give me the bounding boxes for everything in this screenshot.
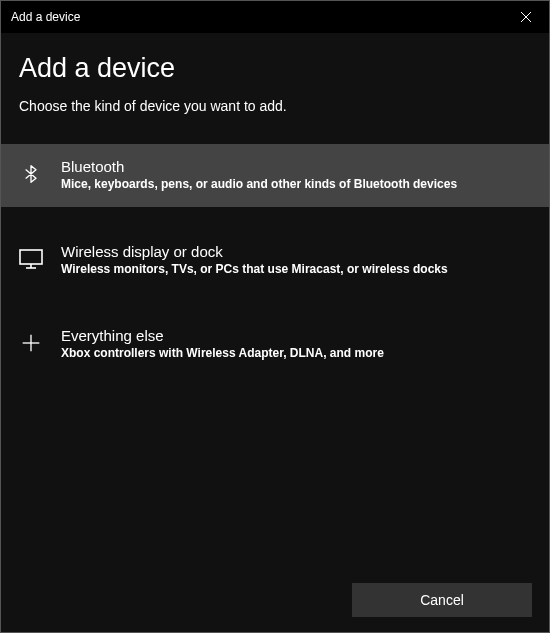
option-desc: Mice, keyboards, pens, or audio and othe… [61, 177, 531, 193]
option-wireless-display[interactable]: Wireless display or dock Wireless monito… [1, 229, 549, 292]
plus-icon [19, 331, 43, 355]
close-icon [521, 12, 531, 22]
option-title: Wireless display or dock [61, 243, 531, 260]
option-everything-else[interactable]: Everything else Xbox controllers with Wi… [1, 313, 549, 376]
option-title: Bluetooth [61, 158, 531, 175]
option-desc: Xbox controllers with Wireless Adapter, … [61, 346, 531, 362]
page-subheading: Choose the kind of device you want to ad… [19, 98, 531, 114]
monitor-icon [19, 247, 43, 271]
footer: Cancel [352, 583, 532, 617]
cancel-button[interactable]: Cancel [352, 583, 532, 617]
option-title: Everything else [61, 327, 531, 344]
option-text: Wireless display or dock Wireless monito… [61, 243, 531, 278]
options-list: Bluetooth Mice, keyboards, pens, or audi… [1, 144, 549, 376]
titlebar: Add a device [1, 1, 549, 33]
option-desc: Wireless monitors, TVs, or PCs that use … [61, 262, 531, 278]
close-button[interactable] [503, 1, 549, 33]
page-heading: Add a device [19, 53, 531, 84]
titlebar-title: Add a device [11, 10, 80, 24]
content: Add a device Choose the kind of device y… [1, 33, 549, 376]
option-text: Everything else Xbox controllers with Wi… [61, 327, 531, 362]
option-bluetooth[interactable]: Bluetooth Mice, keyboards, pens, or audi… [1, 144, 549, 207]
option-text: Bluetooth Mice, keyboards, pens, or audi… [61, 158, 531, 193]
svg-rect-2 [20, 250, 42, 264]
bluetooth-icon [19, 162, 43, 186]
